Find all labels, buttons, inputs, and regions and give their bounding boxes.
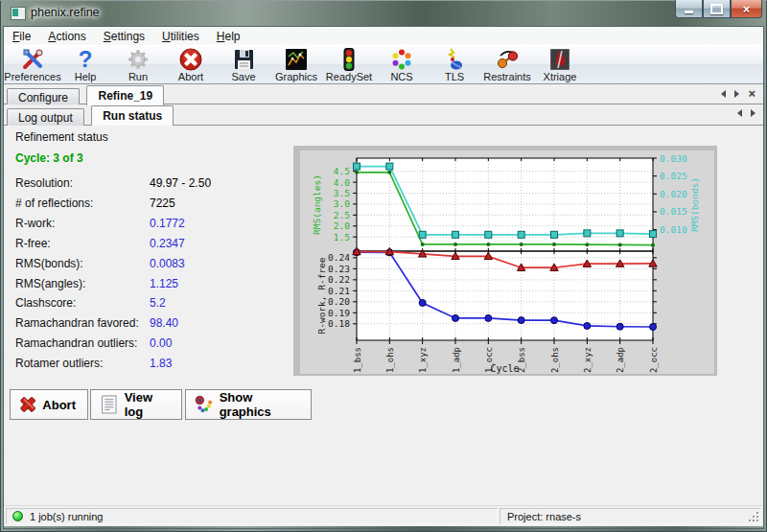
app-icon [11, 7, 26, 20]
toolbar-abort[interactable]: Abort [165, 46, 217, 82]
svg-text:RMS(bonds): RMS(bonds) [689, 177, 700, 232]
ncs-icon [389, 47, 414, 72]
toolbar-label: Preferences [4, 72, 60, 82]
tab-run-status[interactable]: Run status [91, 105, 174, 126]
svg-text:0.015: 0.015 [660, 206, 687, 217]
toolbar-restraints[interactable]: Restraints [481, 46, 533, 82]
view-log-button[interactable]: View log [90, 389, 182, 420]
main-tab-strip: Configure Refine_19 × [4, 84, 763, 104]
tab-scroll-left-icon[interactable] [721, 90, 726, 98]
tab-close-icon[interactable]: × [748, 89, 755, 98]
svg-text:0.025: 0.025 [660, 171, 687, 181]
toolbar-preferences[interactable]: Preferences [7, 46, 58, 82]
maximize-icon [710, 4, 723, 14]
toolbar-label: ReadySet [326, 72, 372, 82]
svg-text:1.5: 1.5 [334, 232, 350, 243]
project-label: Project: rnase-s [507, 511, 581, 522]
readyset-icon [337, 47, 361, 72]
status-field-row: RMS(angles):1.125 [15, 277, 291, 292]
status-field-row: R-free:0.2347 [15, 237, 291, 252]
status-field-label: Rotamer outliers: [15, 357, 103, 370]
toolbar-label: Help [75, 72, 97, 82]
toolbar-tls[interactable]: TLS [429, 46, 480, 82]
toolbar-ncs[interactable]: NCS [376, 46, 428, 82]
graphics-icon [284, 47, 309, 72]
status-field-value: 0.0083 [150, 257, 185, 270]
tab-log-output[interactable]: Log output [7, 108, 84, 127]
graphics-molecule-icon [194, 393, 215, 416]
svg-text:RMS(angles): RMS(angles) [312, 174, 322, 235]
menu-file[interactable]: File [4, 28, 39, 45]
toolbar-label: Restraints [483, 72, 531, 82]
svg-text:Cycle: Cycle [490, 363, 519, 374]
help-icon: ? [73, 47, 98, 72]
status-field-row: R-work:0.1772 [15, 217, 291, 232]
svg-text:R-work, R-free: R-work, R-free [316, 257, 327, 334]
svg-text:0.010: 0.010 [660, 224, 687, 235]
section-header: Refinement status [15, 130, 108, 144]
status-field-label: R-work: [15, 217, 55, 230]
close-button[interactable]: × [731, 0, 762, 18]
title-bar[interactable]: phenix.refine × [0, 0, 767, 27]
show-graphics-button[interactable]: Show graphics [185, 389, 312, 420]
resize-grip[interactable] [747, 510, 758, 521]
menu-utilities[interactable]: Utilities [153, 28, 208, 45]
toolbar-label: Save [231, 72, 255, 82]
status-field-value: 0.2347 [150, 237, 185, 250]
jobs-running-text: 1 job(s) running [30, 511, 103, 522]
status-field-row: RMS(bonds):0.0083 [15, 257, 291, 272]
status-field-row: # of reflections:7225 [15, 197, 291, 212]
svg-text:1_ohs: 1_ohs [385, 347, 395, 373]
status-field-value: 98.40 [150, 316, 178, 330]
menu-bar: File Actions Settings Utilities Help [4, 27, 763, 45]
svg-text:0.20: 0.20 [328, 296, 350, 307]
toolbar-readyset[interactable]: ReadySet [323, 46, 375, 82]
toolbar-run[interactable]: Run [112, 46, 164, 82]
cycle-status: Cycle: 3 of 3 [15, 151, 83, 165]
window-controls: × [675, 0, 762, 18]
svg-text:1_bss: 1_bss [353, 347, 362, 373]
tab-scroll-right-icon[interactable] [751, 109, 755, 117]
status-field-value: 49.97 - 2.50 [150, 176, 211, 190]
tab-scroll-right-icon[interactable] [734, 90, 739, 98]
status-field-label: Clashscore: [15, 296, 76, 310]
toolbar-save[interactable]: Save [218, 46, 269, 82]
abort-button[interactable]: Abort [10, 389, 88, 420]
svg-text:0.22: 0.22 [328, 274, 350, 285]
close-icon: × [743, 3, 751, 15]
status-field-label: R-free: [15, 237, 51, 250]
toolbar-graphics[interactable]: Graphics [270, 46, 322, 82]
xtriage-icon [547, 47, 572, 72]
menu-settings[interactable]: Settings [95, 28, 153, 45]
svg-text:0.020: 0.020 [660, 189, 687, 199]
maximize-button[interactable] [703, 0, 731, 18]
svg-text:2_adp: 2_adp [616, 347, 625, 373]
toolbar-label: Run [128, 72, 148, 82]
main-tab-controls: × [721, 89, 755, 98]
toolbar-help[interactable]: ? Help [59, 46, 111, 82]
minimize-button[interactable] [675, 0, 703, 18]
svg-text:0.18: 0.18 [328, 318, 350, 329]
toolbar-label: Graphics [275, 72, 317, 82]
tab-refine-19[interactable]: Refine_19 [86, 85, 164, 105]
toolbar-xtriage[interactable]: Xtriage [534, 46, 586, 82]
status-field-value: 1.125 [150, 277, 178, 290]
toolbar: Preferences ? Help Run [4, 45, 763, 84]
menu-actions[interactable]: Actions [39, 28, 94, 45]
tls-icon [442, 47, 467, 72]
svg-text:2_ohs: 2_ohs [550, 347, 560, 373]
status-field-row: Ramachandran favored:98.40 [15, 316, 291, 332]
tab-scroll-left-icon[interactable] [737, 109, 742, 117]
svg-text:0.23: 0.23 [328, 264, 350, 274]
svg-text:3.0: 3.0 [334, 198, 350, 209]
svg-text:?: ? [79, 47, 93, 72]
status-field-label: RMS(angles): [15, 277, 85, 290]
status-field-row: Resolution:49.97 - 2.50 [15, 176, 291, 192]
menu-help[interactable]: Help [208, 28, 249, 45]
svg-text:4.0: 4.0 [334, 177, 350, 188]
status-field-value: 0.00 [150, 336, 172, 350]
svg-text:3.5: 3.5 [334, 188, 350, 198]
chart-panel: 1_bss1_ohs1_xyz1_adp1_occ2_bss2_ohs2_xyz… [293, 146, 717, 376]
run-status-panel: Refinement status Cycle: 3 of 3 Resoluti… [4, 126, 763, 505]
refinement-progress-chart: 1_bss1_ohs1_xyz1_adp1_occ2_bss2_ohs2_xyz… [300, 150, 714, 374]
